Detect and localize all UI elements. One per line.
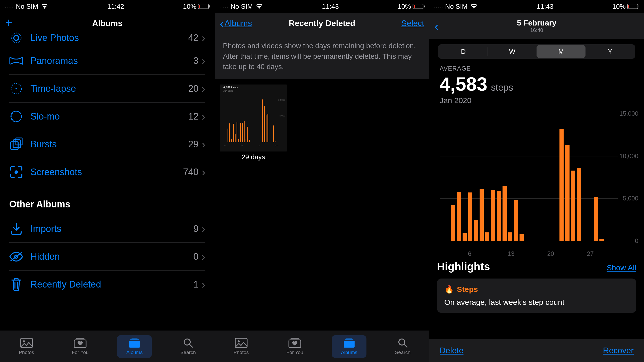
wifi-icon bbox=[41, 3, 48, 11]
tab-search[interactable]: Search bbox=[171, 335, 205, 358]
chart-bar[interactable] bbox=[554, 241, 558, 241]
album-row-bursts[interactable]: Bursts29› bbox=[9, 130, 205, 158]
page-title: Albums bbox=[0, 19, 215, 28]
chart-bar[interactable] bbox=[480, 189, 484, 241]
highlight-card-title: Steps bbox=[457, 285, 478, 294]
album-label: Slo-mo bbox=[30, 111, 188, 122]
average-label: AVERAGE bbox=[440, 65, 634, 72]
back-button[interactable]: ‹ Albums bbox=[220, 16, 252, 30]
x-tick-label: 6 bbox=[468, 250, 471, 257]
deleted-item-thumbnail: 4,583 steps Jan 2020 10,000 5,000 613202… bbox=[220, 85, 287, 151]
chart-bar[interactable] bbox=[485, 232, 489, 241]
y-grid-label: 10,000 bbox=[620, 153, 638, 160]
chart-bar[interactable] bbox=[571, 171, 575, 241]
delete-button[interactable]: Delete bbox=[440, 346, 464, 355]
back-button[interactable]: ‹ bbox=[434, 19, 438, 33]
album-label: Imports bbox=[30, 223, 193, 234]
segment-d[interactable]: D bbox=[439, 45, 488, 58]
x-tick-label: 20 bbox=[547, 250, 554, 257]
nav-bar: ‹ Albums Recently Deleted Select bbox=[215, 13, 429, 33]
show-all-button[interactable]: Show All bbox=[607, 263, 636, 272]
chart-bar[interactable] bbox=[559, 129, 564, 241]
chart-bar[interactable] bbox=[599, 239, 604, 241]
album-row-live-photos[interactable]: Live Photos42› bbox=[9, 29, 205, 47]
chart-bar[interactable] bbox=[491, 190, 495, 241]
tab-search[interactable]: Search bbox=[386, 335, 420, 358]
back-label: Albums bbox=[224, 19, 252, 28]
tab-albums[interactable]: Albums bbox=[332, 335, 366, 358]
slomo-icon bbox=[9, 110, 23, 123]
tab-bar: PhotosFor YouAlbumsSearch bbox=[0, 331, 215, 362]
chart-bar[interactable] bbox=[605, 241, 609, 241]
chart-bar[interactable] bbox=[514, 200, 518, 241]
chart-bar[interactable] bbox=[565, 145, 569, 241]
chart-bar[interactable] bbox=[451, 205, 455, 241]
album-label: Bursts bbox=[30, 139, 188, 150]
chart-bar[interactable] bbox=[474, 220, 478, 241]
steps-chart[interactable]: 15,00010,0005,00006132027 bbox=[440, 111, 638, 250]
chart-bar[interactable] bbox=[588, 241, 592, 241]
chart-bar[interactable] bbox=[531, 241, 535, 241]
svg-line-28 bbox=[404, 344, 407, 347]
chart-bar[interactable] bbox=[582, 241, 587, 241]
svg-point-21 bbox=[238, 340, 240, 342]
chart-bar[interactable] bbox=[525, 241, 529, 241]
chart-bar[interactable] bbox=[508, 232, 512, 241]
chart-bar[interactable] bbox=[440, 241, 444, 241]
chart-bar[interactable] bbox=[463, 233, 467, 241]
albums-icon bbox=[128, 338, 141, 348]
average-period: Jan 2020 bbox=[440, 96, 634, 105]
carrier-label: No SIM bbox=[445, 3, 468, 11]
chart-bar[interactable] bbox=[548, 241, 552, 241]
segment-m[interactable]: M bbox=[537, 45, 586, 58]
chart-bar[interactable] bbox=[520, 234, 524, 241]
chart-bar[interactable] bbox=[503, 186, 507, 241]
days-remaining-label: 29 days bbox=[241, 153, 265, 161]
recover-button[interactable]: Recover bbox=[603, 346, 634, 355]
status-time: 11:43 bbox=[537, 3, 554, 11]
y-grid-label: 15,000 bbox=[620, 110, 638, 117]
x-tick-label: 27 bbox=[587, 250, 594, 257]
tab-foryou[interactable]: For You bbox=[62, 335, 98, 358]
status-bar: ..... No SIM 11:43 10% bbox=[215, 0, 429, 13]
imports-icon bbox=[9, 222, 23, 236]
album-row-hidden[interactable]: Hidden0› bbox=[9, 243, 205, 271]
select-button[interactable]: Select bbox=[401, 19, 424, 28]
album-row-trash[interactable]: Recently Deleted1› bbox=[9, 271, 205, 298]
chart-bar[interactable] bbox=[468, 192, 472, 241]
chart-bar[interactable] bbox=[457, 192, 461, 241]
chart-bar[interactable] bbox=[577, 168, 581, 241]
album-row-screenshots[interactable]: Screenshots740› bbox=[9, 158, 205, 186]
tab-albums[interactable]: Albums bbox=[117, 335, 152, 358]
time-range-segmented-control[interactable]: DWMY bbox=[438, 44, 635, 59]
chart-bar[interactable] bbox=[594, 197, 598, 241]
chart-bar[interactable] bbox=[537, 241, 541, 241]
segment-w[interactable]: W bbox=[488, 45, 537, 58]
tab-label: For You bbox=[72, 350, 89, 355]
bursts-icon bbox=[9, 137, 23, 151]
battery-percent: 10% bbox=[398, 3, 411, 11]
chart-bar[interactable] bbox=[542, 241, 547, 241]
album-row-panorama[interactable]: Panoramas3› bbox=[9, 47, 205, 75]
chart-bar[interactable] bbox=[445, 241, 449, 241]
tab-photos[interactable]: Photos bbox=[10, 335, 43, 358]
album-row-imports[interactable]: Imports9› bbox=[9, 215, 205, 243]
section-header-other: Other Albums bbox=[0, 186, 215, 215]
svg-rect-17 bbox=[131, 338, 138, 339]
info-banner: Photos and videos show the days remainin… bbox=[215, 33, 429, 79]
album-row-timelapse[interactable]: Time-lapse20› bbox=[9, 75, 205, 103]
flame-icon: 🔥 bbox=[444, 285, 454, 294]
deleted-item[interactable]: 4,583 steps Jan 2020 10,000 5,000 613202… bbox=[220, 85, 287, 161]
chart-bar[interactable] bbox=[611, 241, 615, 241]
tab-photos[interactable]: Photos bbox=[224, 335, 258, 358]
highlight-card-steps[interactable]: 🔥 Steps On average, last week's step cou… bbox=[437, 279, 636, 313]
chevron-right-icon: › bbox=[202, 250, 205, 263]
tab-foryou[interactable]: For You bbox=[277, 335, 313, 358]
wifi-icon bbox=[470, 3, 478, 11]
add-album-button[interactable]: + bbox=[5, 17, 12, 30]
media-types-list: Live Photos42›Panoramas3›Time-lapse20›Sl… bbox=[0, 29, 215, 186]
segment-y[interactable]: Y bbox=[586, 45, 634, 58]
album-row-slomo[interactable]: Slo-mo12› bbox=[9, 103, 205, 130]
carrier-label: No SIM bbox=[16, 3, 38, 11]
chart-bar[interactable] bbox=[497, 191, 501, 241]
